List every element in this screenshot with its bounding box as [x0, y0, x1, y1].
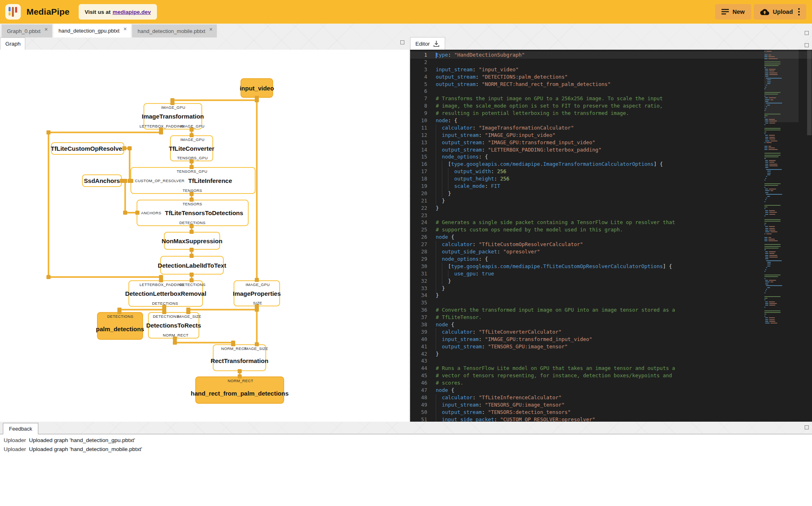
node-title: ImageTransformation	[142, 113, 204, 120]
line-number: 15	[410, 153, 427, 161]
minimap-line	[764, 70, 799, 71]
line-number: 2	[410, 59, 427, 66]
port-dot	[123, 179, 127, 183]
file-tab[interactable]: hand_detection_mobile.pbtxt✕	[132, 24, 216, 37]
download-icon[interactable]	[433, 40, 440, 47]
minimap-line	[764, 76, 799, 77]
graph-node-DetectionLetterboxRemoval[interactable]: LETTERBOX_PADDINGDETECTIONSDetectionLett…	[128, 280, 203, 307]
minimap-line	[764, 144, 799, 145]
code-line: 51 input_side_packet: "CUSTOM_OP_RESOLVE…	[410, 416, 812, 422]
port-dot	[190, 278, 194, 282]
minimap[interactable]	[764, 51, 799, 325]
minimap-line	[764, 201, 799, 202]
graph-node-ImageProperties[interactable]: IMAGE_GPUImagePropertiesSIZE	[234, 280, 280, 306]
node-title: NonMaxSuppression	[161, 238, 222, 244]
minimap-line	[764, 130, 799, 130]
line-number: 45	[410, 372, 427, 379]
expand-tabs-icon[interactable]	[805, 31, 809, 35]
code-line-text: }	[427, 350, 439, 358]
minimap-line	[764, 69, 799, 70]
minimap-line	[764, 132, 799, 132]
new-button[interactable]: New	[715, 4, 751, 20]
mediapipe-dev-link[interactable]: mediapipe.dev	[113, 9, 151, 15]
minimap-line	[764, 128, 799, 129]
minimap-line	[764, 278, 799, 279]
line-number: 26	[410, 233, 427, 241]
code-line-text: use_gpu: true	[427, 270, 494, 277]
minimap-line	[764, 208, 799, 209]
graph-node-input_video[interactable]: input_video	[241, 78, 273, 98]
node-title: palm_detections	[96, 326, 144, 332]
line-number: 18	[410, 175, 427, 183]
minimap-line	[764, 158, 799, 159]
code-line-text: output_stream: "LETTERBOX_PADDING:letter…	[427, 146, 601, 154]
tab-close-icon[interactable]: ✕	[209, 27, 213, 32]
minimap-line	[764, 317, 799, 318]
code-line: 18 output_height: 256	[410, 175, 812, 183]
code-line-text: input_stream: "input_video"	[427, 66, 519, 73]
more-options-icon[interactable]	[798, 8, 800, 15]
upload-button[interactable]: Upload	[754, 4, 806, 20]
line-number: 5	[410, 81, 427, 88]
minimap-line	[764, 285, 799, 286]
expand-graph-panel-icon[interactable]	[400, 40, 404, 44]
file-tab[interactable]: Graph_0.pbtxt✕	[2, 24, 52, 37]
minimap-line	[764, 269, 799, 270]
graph-panel-tab[interactable]: Graph	[0, 37, 25, 50]
graph-node-TfLiteCustomOpResolver[interactable]: TfLiteCustomOpResolver	[51, 142, 124, 155]
graph-node-hand_rect_from_palm_detections[interactable]: NORM_RECThand_rect_from_palm_detections	[195, 376, 284, 404]
code-editor[interactable]: 1type: "HandDetectionSubgraph"23input_st…	[410, 50, 812, 422]
minimap-line	[764, 123, 799, 123]
code-line: 31 use_gpu: true	[410, 270, 812, 277]
code-line-text: calculator: "TfLiteInferenceCalculator"	[427, 394, 562, 401]
line-number: 39	[410, 328, 427, 336]
code-line-text	[427, 212, 436, 219]
graph-node-SsdAnchors[interactable]: SsdAnchors	[82, 174, 122, 187]
graph-node-palm_detections[interactable]: DETECTIONSpalm_detections	[97, 312, 143, 340]
graph-canvas[interactable]: input_videoIMAGE_GPUImageTransformationL…	[0, 50, 409, 422]
expand-editor-panel-icon[interactable]	[805, 43, 809, 47]
editor-scrollbar-thumb[interactable]	[807, 50, 812, 135]
tab-close-icon[interactable]: ✕	[123, 26, 127, 32]
minimap-line	[764, 301, 799, 302]
feedback-row: UploaderUploaded graph 'hand_detection_m…	[0, 443, 812, 452]
minimap-line	[764, 135, 799, 136]
minimap-line	[764, 167, 799, 168]
graph-node-RectTransformation[interactable]: NORM_RECTIMAGE_SIZERectTransformation	[213, 344, 266, 371]
port-dot	[255, 342, 259, 346]
graph-node-DetectionLabelIdToText[interactable]: DetectionLabelIdToText	[160, 256, 224, 275]
minimap-line	[764, 183, 799, 184]
graph-node-NonMaxSuppression[interactable]: NonMaxSuppression	[164, 232, 220, 250]
tab-close-icon[interactable]: ✕	[44, 27, 48, 32]
code-line-text: output_stream: "TENSORS_GPU:image_tensor…	[427, 343, 568, 350]
code-line: 38node {	[410, 321, 812, 328]
port-label: IMAGE_GPU	[161, 105, 185, 110]
graph-node-TfLiteConverter[interactable]: IMAGE_GPUTfLiteConverterTENSORS_GPU	[170, 135, 213, 161]
graph-node-TfLiteInference[interactable]: TENSORS_GPUCUSTOM_OP_RESOLVERTfLiteInfer…	[130, 167, 256, 194]
port-label: DETECTIONS	[179, 282, 205, 287]
editor-scrollbar[interactable]	[807, 50, 812, 422]
code-line: 30 [type.googleapis.com/mediapipe.TfLite…	[410, 263, 812, 270]
feedback-panel-tab[interactable]: Feedback	[3, 423, 38, 434]
upload-button-label: Upload	[773, 9, 793, 15]
file-tab[interactable]: hand_detection_gpu.pbtxt✕	[53, 24, 131, 37]
code-line: 43	[410, 357, 812, 365]
line-number: 43	[410, 357, 427, 365]
line-number: 40	[410, 336, 427, 343]
graph-node-TfLiteTensorsToDetections[interactable]: TENSORSANCHORSTfLiteTensorsToDetectionsD…	[137, 200, 249, 226]
line-number: 8	[410, 102, 427, 110]
minimap-line	[764, 133, 799, 134]
graph-node-DetectionsToRects[interactable]: DETECTIONSIMAGE_SIZEDetectionsToRectsNOR…	[148, 312, 199, 339]
graph-edge	[174, 342, 234, 343]
minimap-line	[764, 246, 799, 247]
code-line: 26node {	[410, 233, 812, 241]
code-line: 49 input_stream: "TENSORS_GPU:image_tens…	[410, 401, 812, 409]
code-line: 9# resulting in potential letterboxing i…	[410, 110, 812, 117]
editor-panel-tab[interactable]: Editor	[410, 37, 445, 50]
code-line: 7# Transforms the input image on GPU to …	[410, 95, 812, 102]
minimap-line	[764, 73, 799, 73]
line-number: 6	[410, 88, 427, 95]
graph-node-ImageTransformation[interactable]: IMAGE_GPUImageTransformationLETTERBOX_PA…	[143, 103, 202, 130]
minimap-line	[764, 108, 799, 109]
line-number: 51	[410, 416, 427, 422]
